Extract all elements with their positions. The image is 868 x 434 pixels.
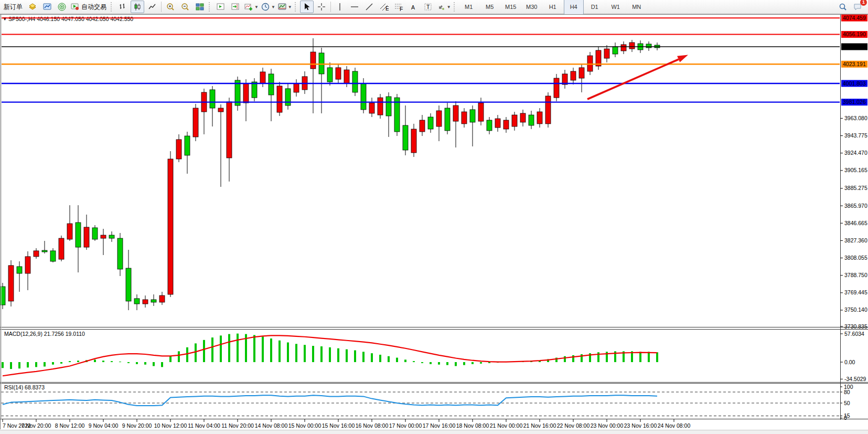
svg-text:8 Nov 12:00: 8 Nov 12:00 (55, 422, 85, 429)
cursor-button[interactable] (300, 1, 314, 13)
fibonacci-button[interactable]: F (392, 1, 405, 13)
svg-text:4074.459: 4074.459 (843, 15, 866, 21)
chevron-down-icon[interactable]: ▼ (447, 5, 451, 9)
svg-text:3924.470: 3924.470 (844, 150, 867, 156)
notifications-button[interactable]: 1 (851, 1, 864, 13)
rsi-label: RSI(14) 68.8373 (4, 384, 45, 390)
zoom-out-button[interactable] (178, 1, 192, 13)
svg-text:4056.190: 4056.190 (843, 31, 866, 37)
svg-text:23 Nov 16:00: 23 Nov 16:00 (624, 422, 657, 429)
svg-text:21 Nov 16:00: 21 Nov 16:00 (523, 422, 556, 429)
svg-text:9 Nov 04:00: 9 Nov 04:00 (89, 422, 119, 429)
timeframe-w1[interactable]: W1 (606, 0, 626, 15)
chart-candles-button[interactable] (131, 1, 144, 13)
arrows-shapes-button[interactable]: ▼ (436, 1, 452, 13)
toolbar-drag-handle[interactable] (454, 2, 457, 12)
timeframe-d1[interactable]: D1 (585, 0, 605, 15)
svg-text:A: A (411, 4, 415, 10)
periods-button[interactable]: ▼ (260, 1, 276, 13)
svg-text:3943.775: 3943.775 (844, 132, 867, 139)
svg-text:10 Nov 12:00: 10 Nov 12:00 (154, 422, 187, 429)
svg-text:4042.550: 4042.550 (843, 44, 866, 50)
timeframe-m5[interactable]: M5 (480, 0, 500, 15)
svg-text:3808.055: 3808.055 (844, 255, 867, 261)
templates-button[interactable]: ▼ (277, 1, 293, 13)
svg-text:3827.360: 3827.360 (844, 237, 867, 244)
toolbar-drag-handle[interactable] (295, 2, 298, 12)
zoom-in-button[interactable] (164, 1, 177, 13)
webtrader-icon[interactable] (55, 1, 69, 13)
svg-text:0.00: 0.00 (844, 359, 855, 365)
svg-text:22 Nov 08:00: 22 Nov 08:00 (557, 422, 590, 429)
svg-text:80: 80 (844, 389, 850, 395)
crosshair-button[interactable] (315, 1, 328, 13)
timeframe-m30[interactable]: M30 (522, 0, 542, 15)
svg-text:14 Nov 08:00: 14 Nov 08:00 (255, 422, 288, 429)
tile-windows-button[interactable] (193, 1, 207, 13)
auto-trading-button[interactable]: 自动交易 (70, 1, 109, 13)
svg-text:16 Nov 08:00: 16 Nov 08:00 (356, 422, 389, 429)
svg-text:3963.080: 3963.080 (844, 115, 867, 121)
macd-label: MACD(12,26,9) 21.7256 19.0110 (4, 331, 85, 337)
indicators-button[interactable]: ▼ (243, 1, 259, 13)
toolbar-drag-handle[interactable] (209, 2, 212, 12)
chart-canvas[interactable]: ▼SP500-,H4 4046.150 4047.050 4042.050 40… (0, 14, 868, 434)
market-watch-icon[interactable] (40, 1, 54, 13)
chart-bars-button[interactable] (116, 1, 130, 13)
svg-text:57.6034: 57.6034 (844, 331, 864, 337)
chart-title: SP500-,H4 4046.150 4047.050 4042.050 404… (8, 16, 133, 22)
new-order-label: 新订单 (2, 3, 24, 12)
svg-text:3750.140: 3750.140 (844, 306, 867, 313)
svg-text:3846.665: 3846.665 (844, 220, 867, 226)
svg-text:0: 0 (844, 415, 847, 421)
new-order-button[interactable]: 新订单 (2, 1, 25, 13)
timeframe-m1[interactable]: M1 (459, 0, 479, 15)
main-toolbar: 新订单 自动交易 ▼ ▼ (0, 0, 868, 14)
auto-scroll-button[interactable] (214, 1, 228, 13)
toolbar-separator (330, 2, 331, 12)
auto-trading-label: 自动交易 (80, 3, 108, 12)
timeframe-h1[interactable]: H1 (543, 0, 563, 15)
chart-window[interactable]: ▼SP500-,H4 4046.150 4047.050 4042.050 40… (0, 14, 868, 434)
notification-badge: 1 (860, 0, 867, 6)
svg-text:4023.191: 4023.191 (843, 61, 866, 67)
chart-line-button[interactable] (145, 1, 159, 13)
svg-text:3905.165: 3905.165 (844, 167, 867, 173)
timeframe-mn[interactable]: MN (627, 0, 647, 15)
toolbar-separator (161, 2, 162, 12)
trendline-button[interactable] (362, 1, 376, 13)
toolbar-drag-handle[interactable] (111, 2, 114, 12)
new-order-icon[interactable] (26, 1, 39, 13)
svg-text:3885.275: 3885.275 (844, 185, 867, 191)
chevron-down-icon[interactable]: ▼ (271, 5, 275, 9)
text-label-button[interactable]: T (421, 1, 435, 13)
svg-text:4001.803: 4001.803 (843, 80, 866, 87)
svg-text:11 Nov 04:00: 11 Nov 04:00 (188, 422, 220, 429)
svg-text:21 Nov 00:00: 21 Nov 00:00 (490, 422, 523, 429)
vertical-line-button[interactable] (333, 1, 347, 13)
timeframe-m15[interactable]: M15 (501, 0, 521, 15)
svg-text:3769.445: 3769.445 (844, 289, 867, 295)
equidistant-channel-button[interactable]: E (377, 1, 391, 13)
svg-text:18 Nov 08:00: 18 Nov 08:00 (456, 422, 489, 429)
chart-shift-button[interactable] (229, 1, 242, 13)
svg-text:T: T (426, 4, 430, 10)
svg-text:17 Nov 00:00: 17 Nov 00:00 (389, 422, 422, 429)
timeframe-h4[interactable]: H4 (564, 0, 584, 15)
svg-text:E: E (385, 5, 389, 12)
svg-text:-34.5029: -34.5029 (844, 376, 866, 382)
svg-text:15 Nov 16:00: 15 Nov 16:00 (322, 422, 355, 429)
svg-text:24 Nov 08:00: 24 Nov 08:00 (658, 422, 691, 429)
chevron-down-icon[interactable]: ▼ (254, 5, 259, 9)
chart-title-group: ▼SP500-,H4 4046.150 4047.050 4042.050 40… (2, 15, 133, 22)
svg-text:9 Nov 20:00: 9 Nov 20:00 (122, 422, 152, 429)
horizontal-line-button[interactable] (348, 1, 361, 13)
text-button[interactable]: A (406, 1, 420, 13)
search-icon[interactable] (836, 1, 850, 13)
svg-text:3981.026: 3981.026 (843, 99, 866, 105)
svg-text:3865.970: 3865.970 (844, 203, 867, 209)
chevron-down-icon[interactable]: ▼ (288, 5, 292, 9)
svg-text:17 Nov 16:00: 17 Nov 16:00 (423, 422, 456, 429)
svg-text:7 Nov 20:00: 7 Nov 20:00 (22, 422, 51, 429)
svg-text:11 Nov 20:00: 11 Nov 20:00 (221, 422, 254, 429)
